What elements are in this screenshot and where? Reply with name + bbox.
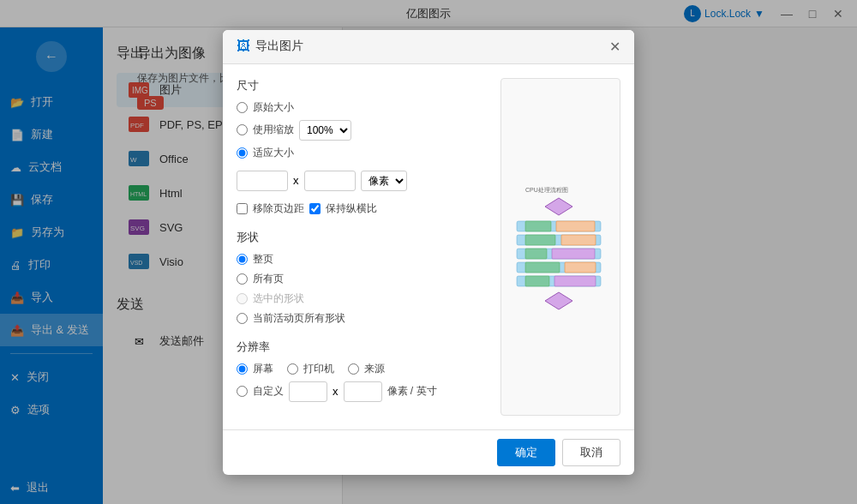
height-input[interactable]: 820 [304, 171, 356, 191]
all-pages-radio[interactable] [237, 273, 248, 285]
original-size-label: 原始大小 [253, 100, 294, 115]
source-option: 来源 [348, 362, 385, 376]
svg-rect-23 [552, 249, 595, 259]
svg-text:CPU处理流程图: CPU处理流程图 [525, 187, 568, 193]
confirm-button[interactable]: 确定 [497, 439, 555, 466]
printer-radio[interactable] [287, 363, 298, 375]
selected-shapes-radio[interactable] [237, 293, 248, 304]
svg-rect-26 [565, 262, 596, 273]
shape-title: 形状 [237, 230, 487, 245]
screen-label: 屏幕 [253, 362, 273, 376]
zoom-radio[interactable] [237, 124, 248, 135]
original-size-option: 原始大小 [237, 100, 487, 115]
current-page-radio[interactable] [237, 313, 248, 324]
zoom-label: 使用缩放 [253, 123, 294, 137]
size-section: 尺寸 原始大小 使用缩放 100% 50% 75% [237, 78, 487, 216]
zoom-select[interactable]: 100% 50% 75% 150% 200% [299, 120, 351, 141]
remove-border-label: 移除页边距 [253, 201, 304, 216]
all-pages-option: 所有页 [237, 272, 487, 286]
resolution-radio-group: 屏幕 打印机 来源 [237, 362, 487, 376]
modal-form: 尺寸 原始大小 使用缩放 100% 50% 75% [237, 78, 487, 416]
size-radio-group: 原始大小 使用缩放 100% 50% 75% 150% 200% [237, 100, 487, 216]
zoom-option: 使用缩放 100% 50% 75% 150% 200% [237, 120, 487, 141]
modal-body: 尺寸 原始大小 使用缩放 100% 50% 75% [223, 64, 634, 429]
cancel-button[interactable]: 取消 [562, 439, 620, 466]
custom-res-h-input[interactable]: 96 [344, 381, 382, 402]
dimension-x: x [293, 174, 299, 187]
svg-rect-28 [525, 276, 549, 286]
shape-radio-group: 整页 所有页 选中的形状 当前活动页所有形状 [237, 252, 487, 326]
svg-rect-25 [525, 262, 560, 273]
svg-rect-16 [525, 221, 551, 231]
source-radio[interactable] [348, 363, 359, 375]
selected-shapes-label: 选中的形状 [253, 291, 304, 306]
preview-diagram: CPU处理流程图 [508, 177, 609, 314]
svg-rect-20 [561, 235, 596, 245]
resolution-section: 分辨率 屏幕 打印机 来源 [237, 339, 487, 402]
whole-page-label: 整页 [253, 252, 273, 267]
unit-select[interactable]: 像素 英寸 厘米 [361, 171, 407, 191]
custom-resolution-radio[interactable] [237, 386, 248, 397]
modal-preview: CPU处理流程图 [500, 78, 620, 416]
modal-overlay: 🖼 导出图片 ✕ 尺寸 原始大小 [0, 0, 857, 504]
svg-rect-29 [554, 276, 596, 286]
original-size-radio[interactable] [237, 102, 248, 113]
width-input[interactable]: 910 [237, 171, 288, 191]
whole-page-option: 整页 [237, 252, 487, 267]
modal-close-button[interactable]: ✕ [609, 39, 620, 55]
modal-title-icon: 🖼 [237, 39, 250, 54]
screen-radio[interactable] [237, 363, 248, 375]
resolution-x: x [333, 385, 339, 398]
current-page-option: 当前活动页所有形状 [237, 311, 487, 326]
keep-ratio-checkbox[interactable] [309, 203, 321, 214]
custom-unit-label: 像素 / 英寸 [387, 384, 437, 399]
svg-rect-19 [525, 235, 555, 245]
resolution-title: 分辨率 [237, 339, 487, 355]
screen-option: 屏幕 [237, 362, 273, 376]
printer-label: 打印机 [303, 362, 334, 376]
size-title: 尺寸 [237, 78, 487, 93]
source-label: 来源 [364, 362, 385, 376]
selected-shapes-option: 选中的形状 [237, 291, 487, 306]
modal-header: 🖼 导出图片 ✕ [223, 30, 634, 64]
custom-res-w-input[interactable]: 96 [289, 381, 327, 402]
fit-size-radio[interactable] [237, 147, 248, 159]
export-image-modal: 🖼 导出图片 ✕ 尺寸 原始大小 [223, 30, 634, 475]
remove-border-checkbox[interactable] [237, 203, 248, 214]
whole-page-radio[interactable] [237, 254, 248, 265]
all-pages-label: 所有页 [253, 272, 284, 286]
custom-resolution-label: 自定义 [253, 384, 284, 399]
svg-rect-22 [525, 249, 547, 259]
preview-canvas: CPU处理流程图 [501, 170, 620, 324]
modal-title: 🖼 导出图片 [237, 39, 303, 54]
fit-size-label: 适应大小 [253, 146, 294, 160]
shape-section: 形状 整页 所有页 选中的形状 [237, 230, 487, 326]
keep-ratio-label: 保持纵横比 [326, 201, 377, 216]
current-page-label: 当前活动页所有形状 [253, 311, 345, 326]
checkbox-row: 移除页边距 保持纵横比 [237, 201, 487, 216]
fit-size-option: 适应大小 [237, 146, 487, 160]
modal-footer: 确定 取消 [223, 429, 634, 475]
svg-rect-17 [556, 221, 595, 231]
dimension-row: 910 x 820 像素 英寸 厘米 [237, 171, 487, 191]
printer-option: 打印机 [287, 362, 334, 376]
custom-resolution-row: 自定义 96 x 96 像素 / 英寸 [237, 381, 487, 402]
